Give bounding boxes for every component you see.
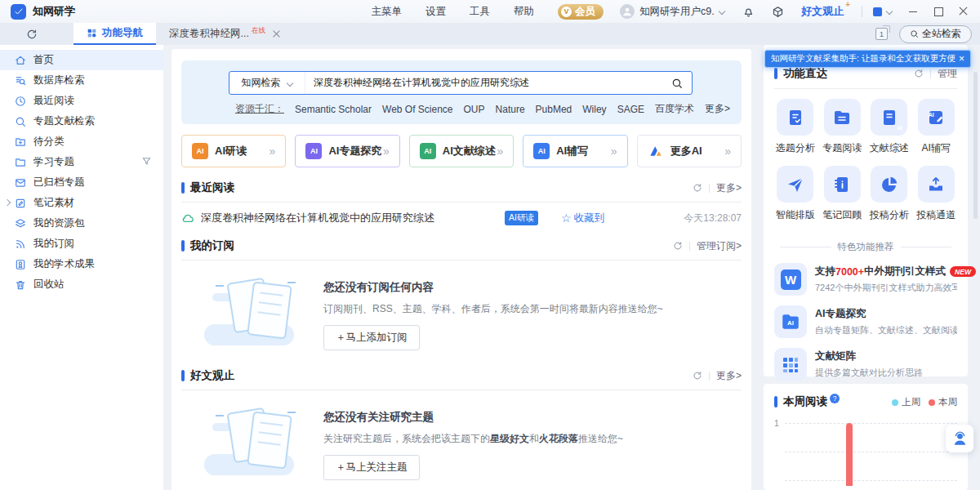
tab-function-nav[interactable]: 功能导航: [74, 23, 156, 45]
sidebar-item-topic-literature-search[interactable]: 专题文献检索: [0, 111, 163, 131]
divider: [181, 390, 742, 390]
ai-read-badge[interactable]: AI研读: [505, 211, 538, 225]
section-title: 我的订阅: [190, 238, 234, 253]
menu-help[interactable]: 帮助: [514, 5, 534, 19]
subscribe-empty-state: 您还没有订阅任何内容 订阅期刊、RSS、主题、学科、作者后，系统会第一时间将最新…: [181, 272, 742, 355]
recent-reading-item[interactable]: 深度卷积神经网络在计算机视觉中的应用研究综述 AI研读 收藏到 今天13:28:…: [181, 211, 742, 225]
featured-literature-matrix[interactable]: 文献矩阵 提供多篇文献对比分析思路: [764, 343, 968, 385]
close-button[interactable]: [959, 7, 969, 16]
resource-link[interactable]: PubMed: [536, 104, 572, 115]
theme-color-swatch[interactable]: [873, 7, 882, 16]
resource-link[interactable]: 百度学术: [655, 102, 694, 116]
username[interactable]: 知网研学用户c9...: [639, 5, 715, 19]
refresh-icon[interactable]: [26, 29, 38, 40]
sidebar-item-database-search[interactable]: 数据库检索: [0, 70, 163, 91]
ai-read-button[interactable]: AI AI研读: [181, 135, 286, 167]
chevron-down-icon[interactable]: [886, 8, 893, 15]
quick-item-submission-channel[interactable]: 投稿通道: [913, 166, 960, 222]
tab-label: 功能导航: [102, 26, 143, 40]
banner-text: 知网研学文献采集助手: 让题录和全文获取更方便！~马上了解~: [771, 53, 956, 65]
doc-ai-icon: AI: [871, 99, 907, 136]
sidebar-item-resource-packages[interactable]: 我的资源包: [0, 213, 163, 234]
ai-read-icon: AI: [192, 143, 208, 159]
package-icon[interactable]: [772, 6, 784, 18]
sidebar-item-recent-reading[interactable]: 最近阅读: [0, 91, 163, 111]
tab-document[interactable]: 深度卷积神经网... 在线: [156, 23, 293, 45]
quick-item-topic-reading[interactable]: 专题阅读: [819, 99, 866, 155]
ai-doc-icon: AI: [420, 143, 436, 159]
vip-badge[interactable]: V 会员: [558, 4, 604, 20]
doc-check-icon: [777, 99, 813, 136]
paper-plane-icon: [777, 166, 813, 203]
online-badge: 在线: [252, 26, 265, 36]
sidebar-item-academic-achievements[interactable]: 我的学术成果: [0, 254, 163, 274]
resource-link[interactable]: Nature: [496, 104, 525, 115]
add-subscription-button[interactable]: ＋马上添加订阅: [323, 325, 420, 350]
search-input[interactable]: 深度卷积神经网络在计算机视觉中的应用研究综述: [305, 76, 662, 90]
help-question-icon[interactable]: ?: [830, 394, 840, 403]
haowen-quicklink[interactable]: 好文观止: [801, 4, 844, 19]
ai-writing-assist-button[interactable]: AI AI辅写: [523, 135, 627, 167]
ai-topic-explore-button[interactable]: AI AI专题探究: [295, 135, 399, 167]
filter-icon[interactable]: [141, 156, 152, 167]
promo-banner[interactable]: 知网研学文献采集助手: 让题录和全文获取更方便！~马上了解~ ×: [764, 50, 971, 68]
scrollbar-thumb[interactable]: [973, 72, 978, 219]
ai-literature-review-button[interactable]: AI AI文献综述: [409, 135, 514, 167]
resource-link[interactable]: SAGE: [617, 104, 644, 115]
menu-settings[interactable]: 设置: [425, 5, 446, 19]
haowen-empty-state: 您还没有关注研究主题 关注研究主题后，系统会把该主题下的星级好文和火花段落推送给…: [181, 402, 742, 485]
haowen-more-link[interactable]: 更多>: [716, 369, 742, 383]
sidebar-item-note-materials[interactable]: 笔记素材: [0, 193, 163, 213]
featured-citation-styles[interactable]: W 支持7000+中外期刊引文样式 NEW 7242个中外期刊引文样式助力高效写…: [764, 258, 968, 301]
featured-ai-topic-explore[interactable]: AI AI专题探究 自动专题矩阵、文献综述、文献阅读报告: [764, 301, 968, 343]
manage-subscriptions-link[interactable]: 管理订阅>: [697, 239, 742, 253]
resources-more-link[interactable]: 更多>: [705, 102, 730, 116]
global-search-button[interactable]: 全站检索: [899, 25, 972, 43]
menu-main[interactable]: 主菜单: [372, 5, 403, 19]
window-count-badge[interactable]: 1: [875, 28, 888, 40]
refresh-icon[interactable]: [693, 371, 702, 381]
search-scope-dropdown[interactable]: 知网检索: [229, 72, 305, 94]
close-icon[interactable]: ×: [959, 54, 964, 64]
follow-topic-button[interactable]: ＋马上关注主题: [323, 455, 420, 480]
main-panel: 知网检索 深度卷积神经网络在计算机视觉中的应用研究综述 资源千汇： Semant…: [172, 49, 751, 490]
avatar[interactable]: [620, 4, 635, 19]
chevron-right-icon[interactable]: [4, 199, 11, 206]
resource-link[interactable]: Wiley: [582, 104, 606, 115]
refresh-icon[interactable]: [693, 183, 702, 193]
chevron-down-icon[interactable]: [719, 8, 725, 15]
quick-item-ai-writing[interactable]: AI AI辅写: [913, 99, 960, 155]
sidebar-item-archived-topics[interactable]: 已归档专题: [0, 172, 163, 193]
document-title[interactable]: 深度卷积神经网络在计算机视觉中的应用研究综述: [201, 211, 505, 225]
sidebar-item-unclassified[interactable]: 待分类: [0, 131, 163, 152]
search-submit-button[interactable]: [662, 72, 692, 94]
quick-item-smart-typesetting[interactable]: 智能排版: [772, 166, 819, 222]
legend-this-week: 本周: [929, 396, 957, 408]
bell-icon[interactable]: [742, 6, 755, 18]
sidebar-item-home[interactable]: 首页: [0, 50, 163, 70]
customer-service-button[interactable]: [946, 425, 973, 452]
sidebar-item-recycle-bin[interactable]: 回收站: [0, 274, 163, 295]
quick-item-submission-analysis[interactable]: 投稿分析: [866, 166, 913, 222]
plus-sparkle-icon: [845, 0, 850, 9]
favorite-link[interactable]: 收藏到: [561, 212, 604, 225]
menu-tools[interactable]: 工具: [470, 5, 490, 19]
more-ai-triangle-icon: [648, 143, 664, 159]
close-icon[interactable]: [273, 30, 280, 38]
more-ai-button[interactable]: 更多AI: [637, 135, 742, 167]
resource-link[interactable]: OUP: [464, 104, 485, 115]
quick-item-literature-review[interactable]: AI 文献综述: [866, 99, 913, 155]
resource-link[interactable]: Web Of Science: [382, 104, 452, 115]
manage-link[interactable]: 管理: [938, 67, 957, 81]
resource-link[interactable]: Semantic Scholar: [295, 104, 372, 115]
refresh-icon[interactable]: [673, 241, 683, 251]
maximize-button[interactable]: [933, 7, 943, 16]
refresh-icon[interactable]: [914, 69, 924, 78]
quick-item-topic-analysis[interactable]: 选题分析: [772, 99, 819, 155]
sidebar-item-study-topics[interactable]: 学习专题: [0, 152, 163, 172]
new-badge: NEW: [950, 266, 976, 277]
quick-item-note-review[interactable]: 笔记回顾: [819, 166, 866, 222]
minimize-button[interactable]: [908, 7, 918, 16]
sidebar-item-subscriptions[interactable]: 我的订阅: [0, 234, 163, 254]
recent-more-link[interactable]: 更多>: [716, 181, 742, 195]
